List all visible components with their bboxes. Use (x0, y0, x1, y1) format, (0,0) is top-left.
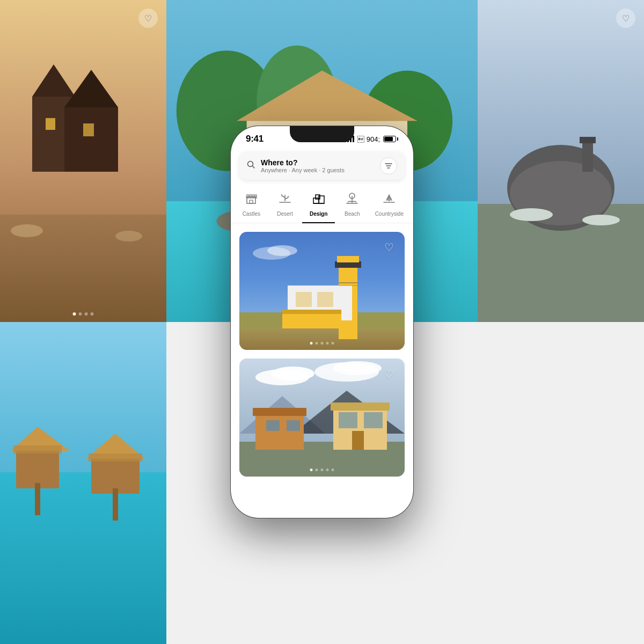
svg-rect-94 (266, 420, 280, 431)
heart-icon: ♡ (384, 241, 394, 254)
svg-point-9 (115, 231, 142, 241)
design-icon (311, 191, 326, 209)
search-bar[interactable]: Where to? Anywhere · Any week · 2 guests (239, 152, 405, 180)
search-text: Where to? Anywhere · Any week · 2 guests (261, 158, 375, 173)
svg-rect-32 (16, 451, 59, 488)
bg-tl-heart[interactable]: ♡ (138, 9, 158, 28)
svg-point-28 (510, 208, 553, 221)
svg-rect-51 (250, 200, 253, 203)
svg-rect-47 (250, 195, 251, 198)
design-label: Design (310, 211, 327, 217)
tab-design[interactable]: Design (302, 186, 335, 223)
svg-rect-7 (83, 123, 94, 136)
wifi-icon:  904; (357, 135, 380, 143)
listing-1-dots (310, 342, 334, 345)
tab-castles[interactable]: Castles (235, 186, 268, 223)
svg-rect-98 (339, 412, 357, 428)
desert-icon (277, 191, 292, 209)
search-main-text: Where to? (261, 158, 375, 167)
svg-rect-6 (46, 118, 55, 130)
svg-rect-27 (580, 137, 596, 143)
bg-top-left: ♡ (0, 0, 166, 322)
filter-button[interactable] (380, 157, 397, 174)
svg-rect-46 (247, 195, 248, 198)
svg-rect-31 (0, 472, 166, 644)
svg-rect-93 (253, 408, 306, 416)
svg-rect-34 (13, 445, 62, 453)
castles-label: Castles (243, 211, 260, 217)
beach-label: Beach (345, 211, 360, 217)
svg-point-29 (582, 215, 620, 225)
svg-rect-39 (113, 488, 118, 521)
svg-rect-26 (582, 140, 593, 172)
svg-rect-100 (352, 431, 364, 450)
status-time: 9:41 (246, 134, 264, 144)
phone-frame: 9:41  904; (231, 126, 413, 518)
svg-rect-48 (252, 195, 254, 198)
bg-bl-heart[interactable]: ♡ (616, 9, 635, 28)
svg-rect-99 (364, 412, 383, 428)
tab-countryside[interactable]: Countryside (370, 186, 409, 223)
category-tabs: Castles Desert (231, 186, 413, 223)
desert-label: Desert (277, 211, 292, 217)
svg-rect-95 (287, 420, 300, 431)
tab-beach[interactable]: Beach (336, 186, 369, 223)
tab-desert[interactable]: Desert (269, 186, 302, 223)
bg-tl-dots (73, 312, 94, 316)
listing-card-1[interactable]: ♡ (239, 232, 405, 350)
bg-bottom-right (0, 322, 166, 644)
svg-rect-60 (316, 195, 320, 199)
svg-rect-81 (282, 310, 341, 314)
listing-1-heart[interactable]: ♡ (380, 238, 398, 257)
bg-bottom-left: ♡ (478, 0, 644, 322)
svg-point-71 (267, 245, 297, 256)
svg-rect-35 (35, 483, 40, 515)
countryside-icon (382, 191, 397, 209)
svg-point-90 (333, 361, 382, 375)
svg-point-88 (272, 367, 314, 380)
listing-card-2[interactable]: ♡ (239, 358, 405, 477)
svg-rect-79 (317, 292, 333, 307)
listing-2-heart[interactable]: ♡ (380, 365, 398, 383)
search-sub-text: Anywhere · Any week · 2 guests (261, 167, 375, 173)
beach-icon (345, 191, 360, 209)
search-icon (247, 160, 255, 171)
svg-point-8 (11, 224, 43, 237)
countryside-label: Countryside (375, 211, 404, 217)
svg-rect-38 (89, 453, 142, 462)
svg-rect-76 (337, 256, 359, 262)
heart-icon-2: ♡ (384, 368, 394, 380)
battery-icon (383, 136, 398, 142)
castles-icon (244, 191, 259, 209)
svg-line-54 (285, 197, 288, 199)
svg-rect-78 (296, 292, 312, 307)
notch (290, 126, 354, 142)
listings-scroll[interactable]: ♡ (231, 223, 413, 518)
svg-rect-97 (331, 402, 390, 411)
svg-line-53 (282, 196, 285, 197)
listing-2-dots (310, 469, 334, 471)
phone-screen: 9:41  904; (231, 126, 413, 518)
svg-rect-5 (64, 107, 118, 172)
svg-line-41 (253, 166, 255, 169)
